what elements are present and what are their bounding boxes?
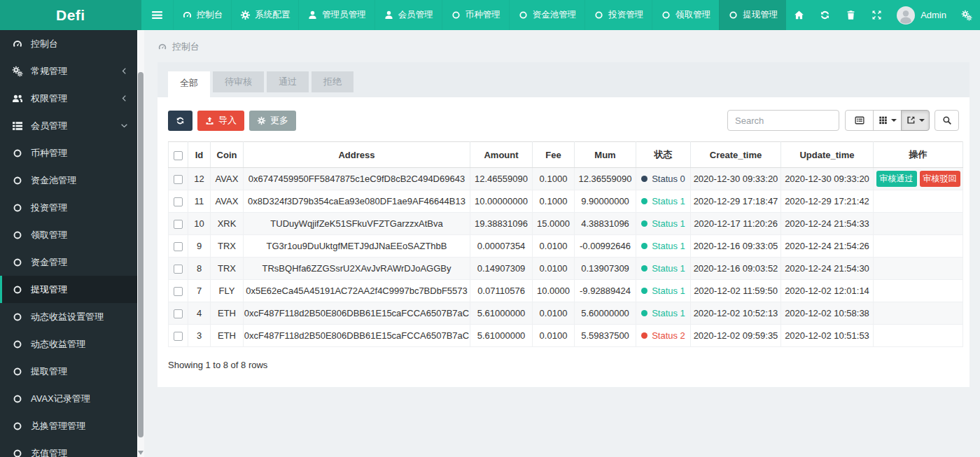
- topnav-item[interactable]: 会员管理: [374, 0, 442, 30]
- row-checkbox[interactable]: [174, 175, 183, 184]
- tab-item[interactable]: 通过: [267, 71, 309, 92]
- topnav-item[interactable]: 领取管理: [652, 0, 719, 30]
- hamburger-button[interactable]: [141, 0, 173, 30]
- status-cell: Status 0: [636, 168, 691, 190]
- sidebar-item[interactable]: 币种管理: [0, 139, 137, 167]
- sidebar-item[interactable]: AVAX记录管理: [0, 385, 137, 412]
- sidebar-item[interactable]: 常规管理: [0, 57, 137, 85]
- sidebar-item[interactable]: 投资管理: [0, 194, 137, 221]
- coin-cell: FLY: [211, 280, 244, 302]
- trash-button[interactable]: [838, 0, 864, 30]
- mum-cell: 4.38831096: [575, 213, 636, 235]
- import-button[interactable]: 导入: [197, 111, 244, 131]
- approve-button[interactable]: 审核通过: [876, 171, 917, 187]
- reject-button[interactable]: 审核驳回: [920, 171, 960, 187]
- sidebar-item-label: 领取管理: [31, 229, 67, 241]
- sidebar-item[interactable]: 兑换管理管理: [0, 412, 137, 440]
- sidebar-item[interactable]: 提取管理: [0, 358, 137, 385]
- row-checkbox[interactable]: [174, 332, 183, 341]
- circle-icon: [451, 10, 461, 20]
- tab-item[interactable]: 待审核: [213, 71, 264, 92]
- circle-icon: [12, 311, 23, 323]
- circle-icon: [594, 10, 604, 20]
- sidebar-item[interactable]: 动态收益设置管理: [0, 303, 137, 330]
- topnav-item[interactable]: 投资管理: [584, 0, 652, 30]
- column-header[interactable]: 状态: [636, 142, 691, 168]
- topnav-item[interactable]: 管理员管理: [298, 0, 374, 30]
- search-button[interactable]: [934, 110, 959, 131]
- column-header[interactable]: Id: [188, 142, 211, 168]
- actions-cell: [874, 302, 963, 325]
- column-header[interactable]: Coin: [211, 142, 244, 168]
- sidebar-item-label: 动态收益设置管理: [31, 311, 104, 323]
- sidebar-item[interactable]: 会员管理: [0, 112, 137, 139]
- more-button[interactable]: 更多: [249, 111, 296, 131]
- select-all-checkbox[interactable]: [174, 151, 183, 160]
- tab-item[interactable]: 拒绝: [312, 71, 354, 92]
- tab-active[interactable]: 全部: [168, 71, 210, 97]
- settings-button[interactable]: [953, 0, 980, 30]
- sidebar-scrollbar[interactable]: [137, 30, 144, 457]
- search-input[interactable]: [727, 110, 839, 131]
- detail-view-icon: [855, 115, 864, 125]
- amount-cell: 5.61000000: [470, 325, 533, 347]
- create-time-cell: 2020-12-02 10:52:13: [691, 302, 781, 325]
- topnav-item[interactable]: 控制台: [173, 0, 232, 30]
- refresh-page-button[interactable]: [812, 0, 838, 30]
- topnav-item[interactable]: 系统配置: [231, 0, 298, 30]
- circle-icon: [728, 10, 738, 20]
- topnav-item[interactable]: 提现管理: [719, 0, 786, 30]
- status-label: Status 1: [652, 308, 685, 318]
- topnav-item[interactable]: 币种管理: [442, 0, 509, 30]
- topnav-item-label: 投资管理: [608, 9, 643, 21]
- sidebar-item[interactable]: 动态收益管理: [0, 330, 137, 358]
- row-checkbox[interactable]: [174, 265, 183, 274]
- sidebar-item[interactable]: 权限管理: [0, 85, 137, 112]
- address-cell: 0x8D324f3D79b354caEa93e080DF1ae9AF46644B…: [244, 190, 470, 213]
- sidebar-item[interactable]: 领取管理: [0, 221, 137, 248]
- fullscreen-arrows-icon: [872, 10, 882, 20]
- row-checkbox[interactable]: [174, 287, 183, 296]
- column-header[interactable]: Address: [244, 142, 470, 168]
- column-header[interactable]: Mum: [575, 142, 636, 168]
- export-button[interactable]: [901, 110, 930, 131]
- row-checkbox[interactable]: [174, 242, 183, 251]
- column-header[interactable]: Create_time: [691, 142, 781, 168]
- column-header[interactable]: 操作: [874, 142, 963, 168]
- sidebar-item-label: 资金管理: [31, 256, 67, 269]
- scroll-down-arrow-icon[interactable]: [138, 451, 144, 455]
- column-header[interactable]: Fee: [533, 142, 575, 168]
- fee-cell: 0.1000: [533, 168, 575, 190]
- sidebar-item[interactable]: 资金管理: [0, 248, 137, 276]
- brand-logo[interactable]: Defi: [0, 0, 141, 30]
- status-cell: Status 1: [636, 235, 691, 258]
- update-time-cell: 2020-12-02 10:51:53: [781, 325, 874, 347]
- sidebar-item[interactable]: 充值管理: [0, 440, 137, 457]
- table-row: 10XRKTUDuyWqjifZeK51SFkuVFZTGarzzxAtBva1…: [169, 213, 963, 235]
- row-checkbox[interactable]: [174, 197, 183, 206]
- sidebar-item[interactable]: 资金池管理: [0, 167, 137, 194]
- row-checkbox[interactable]: [174, 309, 183, 318]
- column-header[interactable]: Update_time: [781, 142, 874, 168]
- columns-button[interactable]: [873, 110, 902, 131]
- refresh-icon: [820, 10, 830, 20]
- data-table: IdCoinAddressAmountFeeMum状态Create_timeUp…: [168, 141, 963, 347]
- sidebar-item[interactable]: 控制台: [0, 30, 137, 57]
- fullscreen-button[interactable]: [864, 0, 890, 30]
- checkbox-cell: [169, 213, 188, 235]
- status-dot-icon: [641, 265, 648, 272]
- refresh-table-button[interactable]: [168, 111, 192, 131]
- row-checkbox[interactable]: [174, 220, 183, 229]
- checkbox-cell: [169, 280, 188, 302]
- topnav-item[interactable]: 资金池管理: [509, 0, 585, 30]
- user-menu[interactable]: Admin: [890, 0, 953, 30]
- checkbox-cell: [169, 258, 188, 280]
- sidebar: 控制台常规管理权限管理会员管理币种管理资金池管理投资管理领取管理资金管理提现管理…: [0, 30, 137, 457]
- scrollbar-thumb[interactable]: [138, 72, 144, 437]
- home-button[interactable]: [786, 0, 812, 30]
- toggle-detail-view-button[interactable]: [845, 110, 874, 131]
- sidebar-item-label: 权限管理: [31, 92, 67, 105]
- column-header[interactable]: Amount: [470, 142, 533, 168]
- breadcrumb: 控制台: [158, 41, 980, 53]
- sidebar-item[interactable]: 提现管理: [0, 276, 137, 303]
